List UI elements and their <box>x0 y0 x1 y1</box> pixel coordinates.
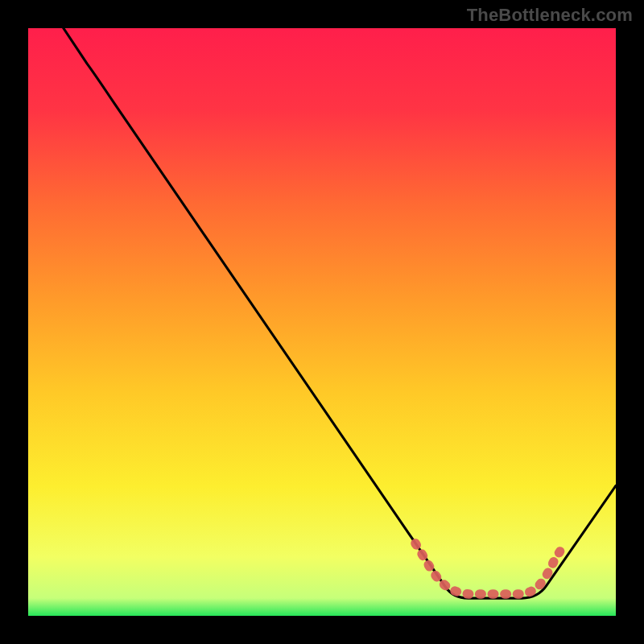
watermark-text: TheBottleneck.com <box>467 5 633 25</box>
bottleneck-chart <box>28 28 616 616</box>
figure-wrapper: TheBottleneck.com <box>0 0 644 644</box>
watermark: TheBottleneck.com <box>467 5 633 26</box>
gradient-background <box>28 28 616 616</box>
chart-svg <box>28 28 616 616</box>
